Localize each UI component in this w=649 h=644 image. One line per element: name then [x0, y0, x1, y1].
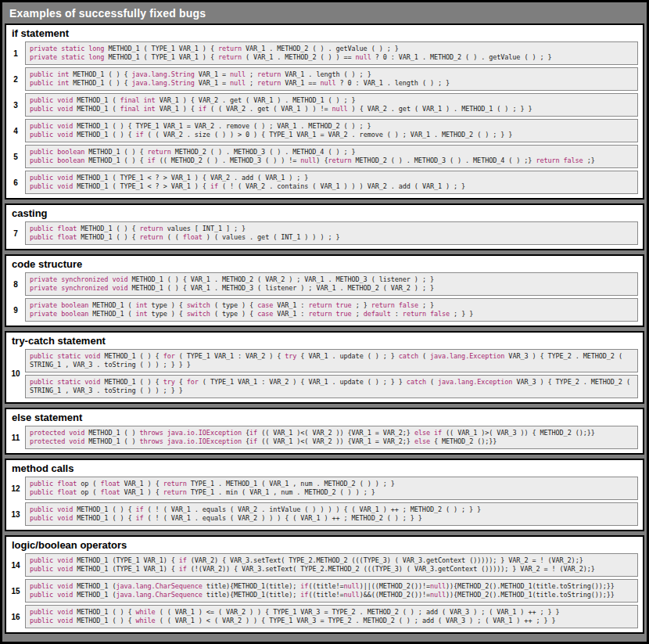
code-keyword: long — [88, 53, 104, 61]
code-keyword: public — [30, 617, 53, 624]
code-keyword: float — [57, 233, 77, 241]
row-number: 12 — [9, 484, 22, 493]
code-line: private static long METHOD_1 ( TYPE_1 VA… — [30, 53, 633, 62]
code-keyword: float — [57, 480, 77, 487]
code-keyword: null — [430, 591, 446, 599]
code-keyword: int — [144, 96, 156, 104]
code-keyword: private — [30, 53, 57, 61]
example-row: 15public void METHOD_1 (java.lang.CharSe… — [9, 579, 638, 603]
code-line: public int METHOD_1 ( ) { java.lang.Stri… — [30, 79, 633, 88]
code-line: public void METHOD_1 ( ) { if ( ! ( VAR_… — [30, 514, 633, 523]
code-boxes: public void METHOD_1 (TYPE_1 VAR_1) { if… — [25, 553, 638, 577]
row-number: 4 — [9, 127, 22, 135]
code-keyword: public — [30, 148, 53, 156]
row-number: 11 — [9, 434, 22, 442]
code-keyword: long — [88, 45, 104, 52]
code-keyword: final — [120, 96, 139, 104]
code-keyword: public — [30, 608, 53, 616]
code-keyword: int — [144, 105, 156, 113]
code-keyword: return — [403, 310, 426, 318]
code-line: public boolean METHOD_1 ( ) { if (( METH… — [30, 157, 633, 165]
code-box: public float op ( float VAR_1 ) { return… — [25, 477, 638, 500]
code-keyword: public — [30, 591, 53, 599]
code-keyword: null — [356, 53, 371, 61]
code-line: public float op ( float VAR_1 ) { return… — [30, 488, 633, 497]
row-number: 15 — [9, 587, 22, 595]
code-keyword: private — [30, 284, 57, 292]
code-box: public void METHOD_1 (TYPE_1 VAR_1) { if… — [25, 553, 638, 577]
code-box: public float METHOD_1 ( ) { return value… — [25, 221, 638, 245]
code-keyword: void — [112, 275, 127, 283]
row-number: 5 — [9, 153, 22, 161]
code-keyword: static — [61, 45, 84, 52]
code-keyword: true — [336, 301, 352, 309]
code-box: public static void METHOD_1 ( ) { try { … — [25, 375, 638, 398]
code-keyword: java.lang.CharSequence — [116, 582, 202, 590]
code-keyword: java.lang.String — [132, 70, 195, 78]
section-else-statement: else statement11protected void METHOD_1 … — [5, 408, 644, 455]
section-title: code structure — [12, 258, 638, 270]
code-keyword: void — [84, 352, 100, 360]
code-line: public void METHOD_1 ( final int VAR_1 )… — [30, 105, 633, 113]
code-keyword: float — [100, 488, 120, 496]
code-keyword: for — [187, 378, 199, 386]
code-line: public void METHOD_1 ( final int VAR_1 )… — [30, 96, 633, 105]
code-keyword: return — [308, 301, 332, 309]
code-line: public float METHOD_1 ( ) { return ( ( f… — [30, 233, 633, 242]
code-keyword: int — [136, 301, 148, 309]
code-keyword: protected — [30, 429, 65, 437]
code-keyword: return — [536, 157, 559, 164]
code-keyword: private — [30, 310, 57, 318]
code-line: public void METHOD_1 (TYPE_1 VAR_1) { if… — [30, 565, 633, 574]
code-keyword: try — [163, 378, 175, 386]
code-box: public int METHOD_1 ( ) { java.lang.Stri… — [25, 67, 638, 91]
code-keyword: if — [179, 565, 187, 573]
row-number: 10 — [9, 369, 22, 378]
code-keyword: public — [30, 480, 53, 487]
section-if-statement: if statement1private static long METHOD_… — [5, 23, 644, 200]
code-keyword: null — [344, 591, 360, 599]
code-keyword: return — [140, 233, 163, 241]
code-line: public void METHOD_1 (java.lang.CharSequ… — [30, 591, 633, 599]
code-keyword: public — [30, 233, 53, 241]
example-row: 8private synchronized void METHOD_1 ( ) … — [9, 272, 638, 296]
code-keyword: case — [257, 301, 273, 309]
code-keyword: true — [336, 310, 352, 318]
code-keyword: return — [163, 480, 187, 487]
code-keyword: if — [136, 505, 144, 513]
code-line: private synchronized void METHOD_1 ( ) {… — [30, 275, 633, 284]
code-keyword: private — [30, 301, 57, 309]
code-keyword: public — [30, 225, 53, 232]
example-row: 4public void METHOD_1 ( ) { TYPE_1 VAR_1… — [9, 119, 638, 142]
code-keyword: void — [57, 96, 73, 104]
code-line: public void METHOD_1 (TYPE_1 VAR_1) { if… — [30, 556, 633, 565]
code-keyword: public — [30, 174, 53, 182]
section-logic-boolean-operators: logic/boolean operators14public void MET… — [5, 535, 644, 634]
code-line: public float op ( float VAR_1 ) { return… — [30, 480, 633, 488]
code-keyword: void — [57, 608, 73, 616]
code-keyword: void — [112, 284, 127, 292]
code-keyword: for — [163, 352, 175, 360]
code-keyword: null — [230, 70, 246, 78]
code-keyword: private — [30, 275, 57, 283]
row-number: 14 — [9, 561, 22, 570]
code-boxes: private synchronized void METHOD_1 ( ) {… — [25, 272, 638, 296]
code-keyword: public — [30, 565, 53, 573]
code-keyword: return — [257, 70, 281, 78]
example-row: 11protected void METHOD_1 ( ) throws jav… — [9, 426, 638, 449]
code-keyword: default — [364, 310, 391, 318]
code-keyword: return — [140, 225, 163, 232]
code-box: public void METHOD_1 ( ) { if ( ! ( VAR_… — [25, 502, 638, 526]
code-keyword: static — [57, 352, 81, 360]
code-keyword: public — [30, 582, 53, 590]
example-row: 9private boolean METHOD_1 ( int type ) {… — [9, 298, 638, 322]
code-keyword: int — [57, 70, 69, 78]
section-title: method calls — [12, 462, 638, 474]
code-keyword: false — [430, 310, 450, 318]
code-box: public boolean METHOD_1 ( ) { return MET… — [25, 145, 638, 168]
code-keyword: if — [210, 182, 218, 190]
code-keyword: return — [257, 79, 281, 87]
code-box: public void METHOD_1 ( final int VAR_1 )… — [25, 93, 638, 117]
code-keyword: void — [57, 122, 73, 130]
code-keyword: void — [84, 378, 100, 386]
